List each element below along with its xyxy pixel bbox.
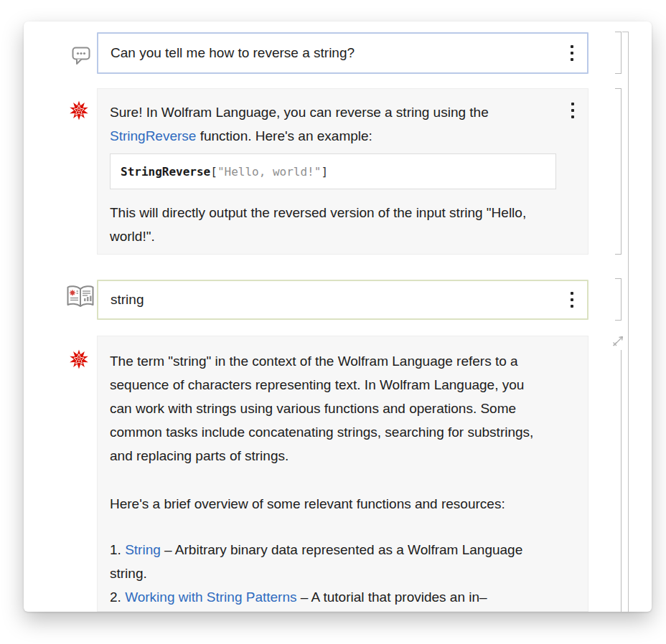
assistant-paragraph: The term "string" in the context of the … xyxy=(110,349,549,468)
assistant-response-cell: Sure! In Wolfram Language, you can rever… xyxy=(97,88,588,255)
code-function-name: StringReverse xyxy=(121,165,210,179)
list-item: 2. Working with String Patterns – A tuto… xyxy=(110,585,549,609)
cell-bracket[interactable] xyxy=(615,88,622,255)
code-open-bracket: [ xyxy=(210,165,217,179)
lookup-input-text[interactable]: string xyxy=(98,292,144,308)
kebab-dot xyxy=(571,292,573,295)
string-patterns-tutorial-link[interactable]: Working with String Patterns xyxy=(125,589,296,605)
string-doc-link[interactable]: String xyxy=(125,542,161,557)
lookup-input-cell[interactable]: string xyxy=(97,280,588,320)
kebab-dot xyxy=(571,58,573,61)
assistant-paragraph: Sure! In Wolfram Language, you can rever… xyxy=(110,100,540,148)
chat-bubble-icon[interactable] xyxy=(70,43,93,69)
assistant-paragraph: This will directly output the reversed v… xyxy=(110,201,549,248)
list-item-text: – Arbitrary binary data represented as a… xyxy=(110,542,522,581)
screen: Can you tell me how to reverse a string?… xyxy=(0,0,666,644)
kebab-dot xyxy=(571,298,573,301)
kebab-dot xyxy=(571,109,574,112)
cell-pending-marker-icon xyxy=(611,334,626,351)
chat-input-cell[interactable]: Can you tell me how to reverse a string? xyxy=(97,32,588,74)
kebab-dot xyxy=(571,45,573,48)
kebab-menu-icon[interactable] xyxy=(569,100,576,120)
kebab-menu-icon[interactable] xyxy=(568,43,576,63)
assistant-paragraph: Here's a brief overview of some relevant… xyxy=(110,492,549,516)
response-text: function. Here's an example: xyxy=(196,128,372,143)
wolfram-spikey-icon xyxy=(69,100,89,123)
stringreverse-doc-link[interactable]: StringReverse xyxy=(110,128,196,143)
chat-notebook-window: Can you tell me how to reverse a string?… xyxy=(24,22,652,612)
code-string-argument: "Hello, world!" xyxy=(217,165,322,179)
cell-bracket[interactable] xyxy=(615,278,622,321)
list-number: 2. xyxy=(110,589,125,605)
list-item: 1. String – Arbitrary binary data repres… xyxy=(110,538,549,585)
kebab-menu-icon[interactable] xyxy=(568,290,576,310)
code-close-bracket: ] xyxy=(321,165,328,179)
documentation-book-icon[interactable] xyxy=(65,284,95,314)
kebab-dot xyxy=(571,52,573,55)
kebab-dot xyxy=(571,103,574,105)
cell-bracket[interactable] xyxy=(615,350,622,612)
cell-bracket[interactable] xyxy=(615,32,622,74)
kebab-dot xyxy=(571,305,573,308)
resource-list: 1. String – Arbitrary binary data repres… xyxy=(110,538,576,609)
list-item-text: – A tutorial that provides an in– xyxy=(296,589,487,605)
chat-input-text[interactable]: Can you tell me how to reverse a string? xyxy=(98,45,355,61)
list-number: 1. xyxy=(110,542,125,557)
kebab-dot xyxy=(571,115,574,118)
wolfram-spikey-icon xyxy=(69,349,89,372)
code-input-block[interactable]: StringReverse["Hello, world!"] xyxy=(110,153,556,189)
response-text: Sure! In Wolfram Language, you can rever… xyxy=(110,105,489,120)
cell-group-bracket[interactable] xyxy=(622,32,629,612)
assistant-response-cell: The term "string" in the context of the … xyxy=(97,336,588,612)
